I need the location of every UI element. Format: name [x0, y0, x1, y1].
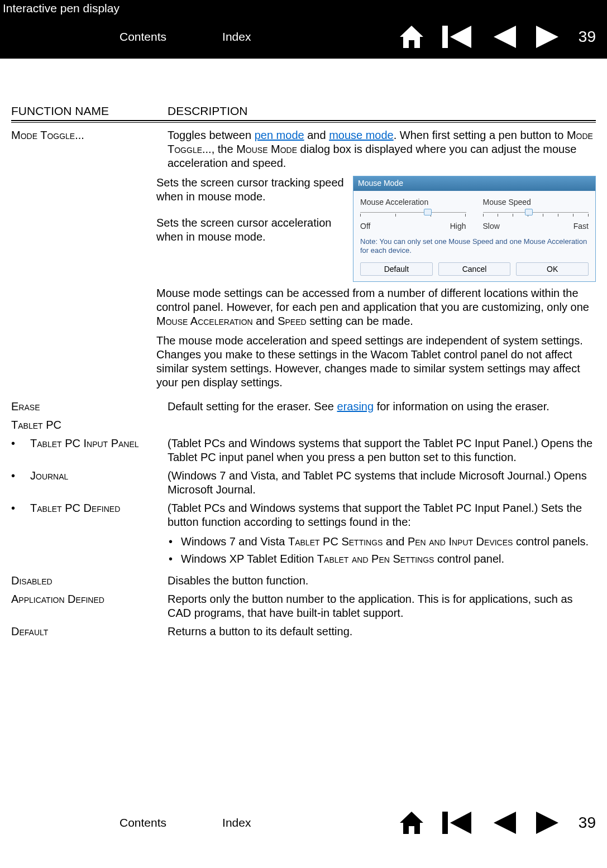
- text-sc: Tablet and Pen Settings: [317, 553, 434, 565]
- speed-right: Fast: [573, 222, 589, 232]
- prev-page-icon[interactable]: [491, 811, 517, 835]
- text: control panel.: [434, 553, 504, 565]
- text: , the: [212, 143, 236, 155]
- row-tpc-defined: • Tablet PC Defined (Tablet PCs and Wind…: [11, 501, 596, 569]
- text: for information on using the eraser.: [374, 400, 549, 413]
- text-sc: Mouse Acceleration: [156, 315, 253, 327]
- first-page-icon[interactable]: [442, 811, 474, 835]
- dialog-note: Note: You can only set one Mouse Speed a…: [360, 237, 589, 256]
- prev-page-icon[interactable]: [491, 25, 517, 49]
- header-bar: Interactive pen display Contents Index 3…: [0, 0, 607, 59]
- desc-mode-toggle: Toggles between pen mode and mouse mode.…: [168, 128, 596, 395]
- row-tablet-pc: Tablet PC: [11, 418, 596, 432]
- bullet-dot: •: [11, 469, 30, 497]
- fn-erase: Erase: [11, 400, 40, 413]
- first-page-icon[interactable]: [442, 25, 474, 49]
- para-mode-independent: The mouse mode acceleration and speed se…: [156, 334, 596, 390]
- row-disabled: Disabled Disables the button function.: [11, 574, 596, 588]
- fn-default: Default: [11, 625, 48, 637]
- accel-label: Mouse Acceleration: [360, 198, 466, 208]
- accel-left: Off: [360, 222, 370, 232]
- desc-disabled: Disables the button function.: [168, 574, 596, 588]
- contents-link[interactable]: Contents: [120, 30, 166, 44]
- fn-journal: Journal: [30, 469, 68, 497]
- footer-index-link[interactable]: Index: [222, 816, 251, 829]
- accel-slider-block: Mouse Acceleration OffHigh: [360, 198, 466, 232]
- divider-thin: [11, 122, 596, 123]
- text-sc: Speed: [278, 315, 306, 327]
- text: and: [383, 535, 407, 548]
- row-journal: • Journal (Windows 7 and Vista, and Tabl…: [11, 469, 596, 497]
- dialog-default-button[interactable]: Default: [360, 262, 433, 276]
- text: Windows XP Tablet Edition: [181, 553, 317, 565]
- dialog-cancel-button[interactable]: Cancel: [438, 262, 511, 276]
- row-tpc-input: • Tablet PC Input Panel (Tablet PCs and …: [11, 437, 596, 464]
- text: Toggles between: [168, 129, 255, 141]
- table-header-row: FUNCTION NAME DESCRIPTION: [11, 104, 596, 120]
- main-content: FUNCTION NAME DESCRIPTION Mode Toggle...…: [0, 59, 607, 649]
- divider-thick: [11, 120, 596, 121]
- speed-left: Slow: [483, 222, 500, 232]
- mouse-mode-dialog: Mouse Mode Mouse Acceleration: [353, 176, 596, 282]
- fn-disabled: Disabled: [11, 574, 52, 587]
- footer-contents-link[interactable]: Contents: [120, 816, 166, 829]
- fn-mode-toggle: Mode Toggle...: [11, 129, 84, 141]
- text: setting can be made.: [307, 315, 413, 327]
- speed-slider[interactable]: [483, 210, 589, 220]
- text-sc: Pen and Input Devices: [408, 535, 513, 548]
- col-header-function: FUNCTION NAME: [11, 104, 168, 118]
- fn-tpc-defined: Tablet PC Defined: [30, 501, 120, 569]
- accel-slider[interactable]: [360, 210, 466, 220]
- index-link[interactable]: Index: [222, 30, 251, 44]
- page-number-top: 39: [579, 28, 596, 46]
- dialog-title: Mouse Mode: [353, 176, 595, 191]
- fn-tpc-input: Tablet PC Input Panel: [30, 437, 139, 464]
- callout-tracking-speed: Sets the screen cursor tracking speed wh…: [156, 176, 347, 204]
- bullet-dot: •: [11, 501, 30, 569]
- link-erasing[interactable]: erasing: [337, 400, 374, 413]
- footer-bar: Contents Index 39: [0, 805, 607, 841]
- text: control panels.: [513, 535, 589, 548]
- desc-tpc-input: (Tablet PCs and Windows systems that sup…: [168, 437, 596, 464]
- svg-rect-0: [442, 26, 448, 48]
- doc-title: Interactive pen display: [3, 2, 120, 15]
- text: Mouse mode settings can be accessed from…: [156, 287, 589, 313]
- bullet-dot: •: [11, 437, 30, 464]
- svg-rect-1: [442, 812, 448, 834]
- row-app-defined: Application Defined Reports only the but…: [11, 592, 596, 620]
- row-default: Default Returns a button to its default …: [11, 625, 596, 639]
- text: . When first setting a pen button to: [394, 129, 567, 141]
- next-page-icon[interactable]: [535, 25, 561, 49]
- bullet-dot: •: [168, 552, 181, 566]
- home-icon[interactable]: [399, 811, 424, 835]
- nav-row: Contents Index 39: [0, 25, 607, 49]
- text: Windows 7 and Vista: [181, 535, 288, 548]
- link-mouse-mode[interactable]: mouse mode: [329, 129, 394, 141]
- text-sc: Mouse Mode: [236, 143, 297, 155]
- dialog-ok-button[interactable]: OK: [516, 262, 589, 276]
- accel-right: High: [450, 222, 466, 232]
- text-sc: Tablet PC Settings: [288, 535, 383, 548]
- fn-app-defined: Application Defined: [11, 593, 104, 605]
- speed-slider-block: Mouse Speed SlowFast: [483, 198, 589, 232]
- callout-acceleration: Sets the screen cursor acceleration when…: [156, 216, 347, 244]
- speed-label: Mouse Speed: [483, 198, 589, 208]
- row-mode-toggle: Mode Toggle... Toggles between pen mode …: [11, 128, 596, 395]
- next-page-icon[interactable]: [535, 811, 561, 835]
- col-header-description: DESCRIPTION: [168, 104, 596, 118]
- desc-app-defined: Reports only the button number to the ap…: [168, 592, 596, 620]
- text: and: [253, 315, 278, 327]
- page-number-bottom: 39: [579, 814, 596, 832]
- row-erase: Erase Default setting for the eraser. Se…: [11, 400, 596, 414]
- fn-tablet-pc: Tablet PC: [11, 419, 61, 431]
- bullet-dot: •: [168, 535, 181, 549]
- text: and: [304, 129, 329, 141]
- desc-default: Returns a button to its default setting.: [168, 625, 596, 639]
- link-pen-mode[interactable]: pen mode: [255, 129, 304, 141]
- home-icon[interactable]: [399, 25, 424, 49]
- desc-journal: (Windows 7 and Vista, and Tablet PC syst…: [168, 469, 596, 497]
- text: Default setting for the eraser. See: [168, 400, 337, 413]
- desc-tpc-defined: (Tablet PCs and Windows systems that sup…: [168, 501, 596, 529]
